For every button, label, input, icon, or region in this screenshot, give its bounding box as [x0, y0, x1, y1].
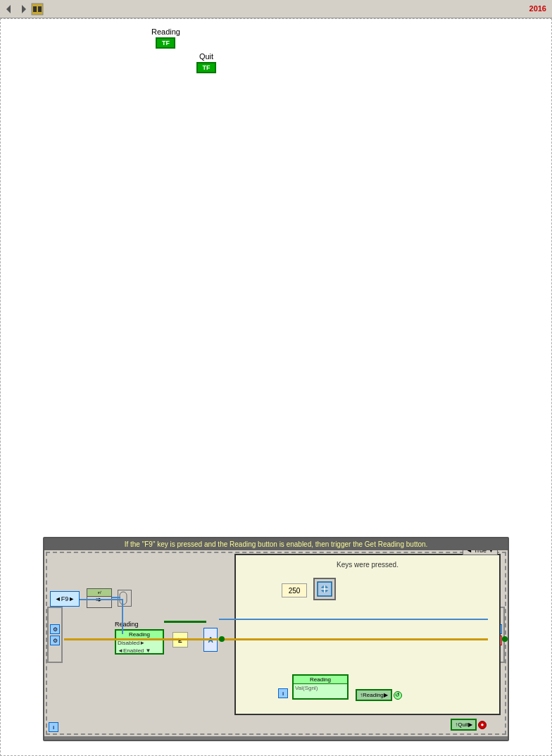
- main-canvas: Reading TF Quit TF If the "F9" key is pr…: [0, 18, 552, 756]
- iter-terminal-main: i: [49, 722, 58, 732]
- stop-btn[interactable]: ●: [478, 721, 487, 729]
- back-icon[interactable]: [3, 3, 15, 16]
- svg-marker-1: [22, 5, 26, 13]
- numeric-250[interactable]: 250: [282, 583, 307, 597]
- reading-control-label: Reading: [151, 27, 180, 36]
- enabled-label: ◄Enabled ▼: [116, 647, 163, 655]
- wire-filter-and: [112, 597, 120, 598]
- case-icon[interactable]: [313, 578, 336, 600]
- iter-terminal-case: i: [278, 688, 288, 698]
- reading-bool-display[interactable]: TF: [156, 37, 175, 49]
- wire-f9-h: [80, 599, 122, 600]
- quit-button-node[interactable]: ↑Quit▶ ●: [451, 719, 487, 731]
- panel-title: If the "F9" key is pressed and the Readi…: [44, 538, 508, 550]
- svg-rect-4: [38, 6, 42, 12]
- and-node: [118, 590, 132, 607]
- left-terminal: ⚙ ⚙: [47, 607, 63, 663]
- wire-dot-1: [219, 636, 225, 642]
- bottom-panel: If the "F9" key is pressed and the Readi…: [43, 537, 509, 741]
- svg-rect-5: [120, 592, 127, 605]
- panel-content: ⚙ ⚙ ⚙ ✕ ◄F9► ㎡ ≥▶: [44, 550, 508, 736]
- toolbar: 2016: [0, 0, 552, 18]
- true-case-box: ◄ True ▼ Keys were pressed. 250: [234, 554, 501, 715]
- f9-key-node[interactable]: ◄F9►: [50, 591, 80, 607]
- true-arrow-left: ◄: [466, 550, 472, 554]
- true-value: True: [474, 550, 487, 554]
- reading-button-node[interactable]: ↑Reading▶ ↺: [356, 689, 402, 701]
- wire-v1: [122, 599, 123, 634]
- svg-rect-3: [33, 6, 37, 12]
- wire-dot-2: [502, 636, 508, 642]
- ctrl-icon-2: ⚙: [50, 636, 60, 645]
- quit-bool-display[interactable]: TF: [196, 62, 216, 73]
- reading-btn[interactable]: ↑Reading▶: [356, 689, 392, 701]
- svg-marker-0: [6, 5, 11, 13]
- wire-yellow-main: [64, 638, 488, 640]
- run-icon[interactable]: [31, 3, 44, 16]
- ctrl-icon-1: ⚙: [50, 624, 60, 634]
- quit-control-label: Quit: [196, 52, 216, 61]
- reading-invoke-label: Reading: [294, 676, 347, 684]
- filter-node: ㎡ ≥▶: [87, 588, 112, 608]
- reading-left-label: Reading: [115, 621, 139, 628]
- quit-control[interactable]: Quit TF: [196, 52, 216, 73]
- reading-control[interactable]: Reading TF: [151, 27, 180, 49]
- quit-btn[interactable]: ↑Quit▶: [451, 719, 477, 731]
- val-sgnl-label: Val(Sgnl): [294, 684, 347, 692]
- wire-green-h: [164, 621, 206, 623]
- f9-label: ◄F9►: [55, 595, 75, 602]
- case-label: Keys were pressed.: [337, 561, 399, 569]
- reading-btn-icon: ↺: [394, 691, 402, 700]
- true-case-header[interactable]: ◄ True ▼: [463, 550, 498, 555]
- wire-blue-case: [219, 619, 488, 620]
- year-label: 2016: [529, 4, 546, 13]
- reading-invoke-node[interactable]: Reading Val(Sgnl): [292, 674, 349, 700]
- true-arrow-right: ▼: [488, 550, 494, 554]
- forward-icon[interactable]: [17, 3, 30, 16]
